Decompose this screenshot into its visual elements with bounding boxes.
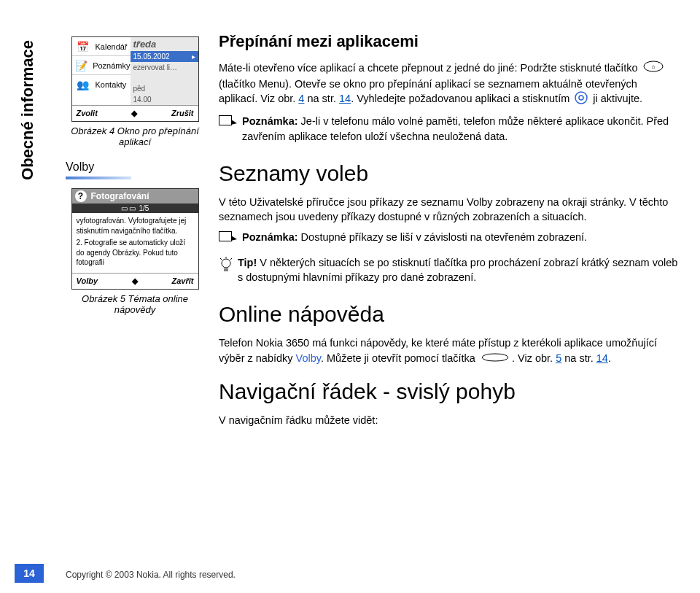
nav-indicator-icon: ◆ xyxy=(132,276,138,286)
note-block: Poznámka: Je-li v telefonu málo volné pa… xyxy=(219,114,678,148)
page-link[interactable]: 14 xyxy=(596,352,608,364)
section-heading: Přepínání mezi aplikacemi xyxy=(219,31,678,53)
section-heading: Online nápověda xyxy=(219,299,678,330)
arrow-icon: ▸ xyxy=(192,53,195,61)
section-tab-label: Obecné informace xyxy=(18,40,37,180)
section-heading: Navigační řádek - svislý pohyb xyxy=(219,376,678,407)
body-paragraph: V této Uživatelské příručce jsou příkazy… xyxy=(219,195,678,225)
overlay-line: 14.00 xyxy=(131,94,198,105)
note-label: Poznámka: xyxy=(242,115,298,127)
lightbulb-icon xyxy=(219,257,233,278)
svg-point-2 xyxy=(575,92,587,104)
svg-point-6 xyxy=(222,259,230,268)
note-block: Poznámka: Dostupné příkazy se liší v záv… xyxy=(219,230,678,249)
softkey-right: Zavřít xyxy=(172,276,194,286)
options-heading: Volby xyxy=(66,160,204,174)
overlay-line: pěd xyxy=(131,83,198,94)
app-label: Kontakty xyxy=(94,80,131,89)
overlay-line: tředa xyxy=(131,37,198,51)
note-text: Dostupné příkazy se liší v závislosti na… xyxy=(298,231,588,243)
page-link[interactable]: 14 xyxy=(339,93,351,104)
joystick-icon xyxy=(575,91,588,108)
help-icon: ? xyxy=(75,190,87,202)
overlay-line xyxy=(131,73,198,83)
svg-line-9 xyxy=(230,258,232,260)
svg-rect-4 xyxy=(219,116,232,125)
figure-caption: Obrázek 5 Témata online nápovědy xyxy=(66,293,204,315)
note-text: Je-li v telefonu málo volné paměti, tele… xyxy=(242,115,669,142)
contacts-icon: 👥 xyxy=(72,75,94,94)
card-icons: ▭ ▭ xyxy=(121,204,136,212)
section-heading: Seznamy voleb xyxy=(219,158,678,189)
main-content: Přepínání mezi aplikacemi Máte-li otevře… xyxy=(219,31,678,432)
softkey-left: Zvolit xyxy=(77,109,98,118)
tip-block: Tip! V některých situacích se po stisknu… xyxy=(219,255,678,290)
note-icon xyxy=(219,115,238,132)
nav-indicator-icon: ◆ xyxy=(131,109,137,118)
notes-icon: 📝 xyxy=(72,56,92,75)
svg-line-8 xyxy=(220,258,222,260)
phone-screenshot-1: 📅Kalendář 📝Poznámky 👥Kontakty tředa 15.0… xyxy=(71,36,199,122)
overlay-line: 15.05.2002 xyxy=(133,53,170,61)
note-label: Poznámka: xyxy=(242,231,298,243)
phone-screenshot-2: ? Fotografování ▭ ▭ 1/5 vyfotografován. … xyxy=(71,188,199,290)
softkey-shape-icon xyxy=(481,352,510,366)
tip-text: V některých situacích se po stisknutí tl… xyxy=(238,257,677,283)
heading-underline xyxy=(66,177,131,179)
left-column: 📅Kalendář 📝Poznámky 👥Kontakty tředa 15.0… xyxy=(66,36,204,328)
volby-keyword: Volby xyxy=(296,352,321,364)
tip-label: Tip! xyxy=(238,257,257,268)
menu-key-icon: ⌂ xyxy=(643,61,664,76)
overlay-line: ezervovat li… xyxy=(131,62,198,73)
help-body-line: vyfotografován. Vyfotografujete jej stis… xyxy=(77,216,194,236)
body-paragraph: Máte-li otevřeno více aplikací a chcete … xyxy=(219,61,678,108)
body-paragraph: V navigačním řádku můžete vidět: xyxy=(219,413,678,427)
app-label: Kalendář xyxy=(94,42,131,51)
svg-text:⌂: ⌂ xyxy=(651,63,655,70)
help-title: Fotografování xyxy=(91,191,149,201)
svg-rect-5 xyxy=(219,232,232,241)
counter-text: 1/5 xyxy=(139,204,149,212)
svg-point-3 xyxy=(579,96,583,100)
app-label: Poznámky xyxy=(91,61,130,70)
softkey-right: Zrušit xyxy=(171,109,194,118)
softkey-left: Volby xyxy=(77,276,98,286)
body-paragraph: Telefon Nokia 3650 má funkci nápovědy, k… xyxy=(219,336,678,366)
calendar-icon: 📅 xyxy=(72,37,94,56)
note-icon xyxy=(219,231,238,248)
page-number: 14 xyxy=(15,564,44,583)
help-body-line: 2. Fotografie se automaticky uloží do ag… xyxy=(77,238,194,268)
copyright-text: Copyright © 2003 Nokia. All rights reser… xyxy=(66,570,236,580)
figure-caption: Obrázek 4 Okno pro přepínání aplikací xyxy=(66,125,204,147)
